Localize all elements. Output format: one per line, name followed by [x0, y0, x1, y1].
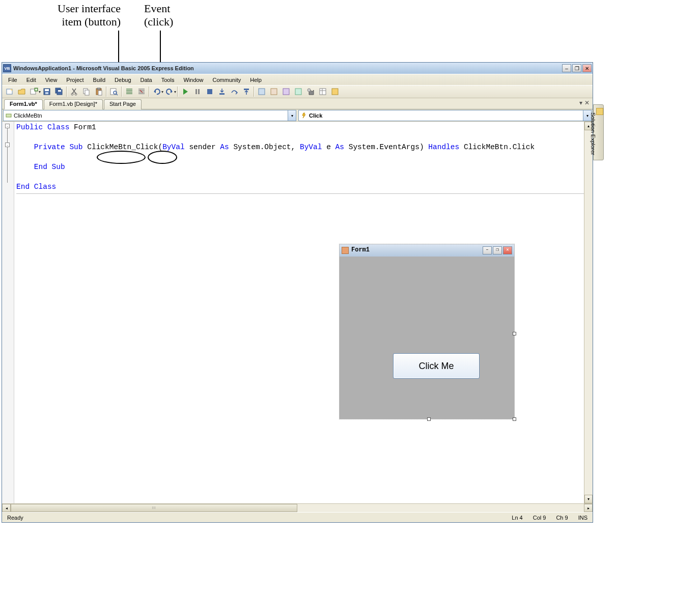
tab-start-page[interactable]: Start Page [104, 99, 142, 109]
toolbar-add-dropdown-icon[interactable]: ▾ [39, 90, 41, 94]
toolbar-window2-icon[interactable] [268, 86, 279, 97]
toolbar-start-debug-icon[interactable] [180, 86, 191, 97]
svg-rect-28 [320, 89, 326, 95]
menu-file[interactable]: File [4, 76, 21, 84]
event-dropdown[interactable]: Click ▾ [298, 110, 592, 121]
minimize-button[interactable]: – [562, 64, 571, 72]
designer-close-button[interactable]: ✕ [503, 246, 512, 254]
tab-close-icon[interactable]: ✕ [584, 99, 590, 106]
horizontal-scrollbar[interactable]: ◂ ||| ▸ [2, 503, 593, 512]
scroll-right-icon[interactable]: ▸ [584, 504, 593, 512]
annotation-label-ui-line1: User interface [58, 2, 121, 15]
object-dropdown[interactable]: ClickMeBtn ▾ [3, 110, 296, 121]
code-editor[interactable]: - - Public Class Form1 Private Sub Click… [2, 122, 593, 503]
toolbar-properties-icon[interactable] [317, 86, 328, 97]
toolbar-redo-dropdown-icon[interactable]: ▾ [174, 90, 176, 94]
menu-project[interactable]: Project [62, 76, 88, 84]
tab-form1-design[interactable]: Form1.vb [Design]* [44, 99, 103, 109]
resize-handle[interactable] [513, 332, 516, 335]
menu-build[interactable]: Build [89, 76, 109, 84]
status-ch: Ch 9 [551, 515, 573, 521]
svg-rect-18 [195, 89, 197, 94]
toolbar-comment-icon[interactable] [124, 86, 135, 97]
menu-debug[interactable]: Debug [110, 76, 135, 84]
toolbar-undo-icon[interactable] [151, 86, 162, 97]
solution-explorer-icon [596, 108, 603, 115]
toolbar-redo-icon[interactable] [164, 86, 175, 97]
designer-window[interactable]: Form1 – ❐ ✕ Click Me [339, 244, 515, 419]
toolbar-step-over-icon[interactable] [229, 86, 240, 97]
designer-maximize-button[interactable]: ❐ [493, 246, 502, 254]
scroll-track[interactable] [584, 130, 593, 495]
object-dropdown-icon [6, 112, 12, 119]
toolbar-paste-icon[interactable] [93, 86, 104, 97]
svg-rect-12 [85, 90, 89, 95]
svg-rect-29 [332, 89, 338, 95]
code-body[interactable]: Public Class Form1 Private Sub ClickMeBt… [14, 122, 584, 503]
svg-rect-16 [110, 89, 116, 95]
status-col: Col 9 [528, 515, 551, 521]
toolbar-save-all-icon[interactable] [53, 86, 65, 97]
annotation-label-event-line2: (click) [144, 15, 173, 28]
menu-bar: File Edit View Project Build Debug Data … [2, 74, 593, 85]
fold-toggle-icon[interactable]: - [5, 124, 10, 128]
toolbar-window1-icon[interactable] [256, 86, 267, 97]
fold-toggle-icon[interactable]: - [5, 143, 10, 147]
toolbar-add-item-icon[interactable] [29, 86, 40, 97]
toolbar-undo-dropdown-icon[interactable]: ▾ [161, 90, 163, 94]
svg-rect-14 [97, 88, 100, 90]
scroll-track[interactable]: ||| [11, 504, 584, 512]
svg-rect-26 [295, 89, 301, 95]
svg-rect-19 [198, 89, 200, 94]
toolbar-window3-icon[interactable] [281, 86, 292, 97]
svg-rect-25 [283, 89, 289, 95]
tab-dropdown-icon[interactable]: ▾ [579, 99, 582, 106]
menu-community[interactable]: Community [209, 76, 245, 84]
scroll-down-icon[interactable]: ▾ [584, 495, 593, 503]
title-bar[interactable]: VB WindowsApplication1 - Microsoft Visua… [2, 63, 593, 74]
toolbar-open-icon[interactable] [16, 86, 27, 97]
toolbar: ▾ ▾ ▾ [2, 85, 593, 98]
menu-view[interactable]: View [41, 76, 62, 84]
toolbar-window4-icon[interactable] [293, 86, 304, 97]
svg-rect-30 [6, 114, 11, 117]
document-tabs: Form1.vb* Form1.vb [Design]* Start Page … [2, 98, 593, 109]
app-icon: VB [3, 64, 11, 72]
resize-handle[interactable] [513, 417, 516, 421]
toolbar-pause-icon[interactable] [192, 86, 203, 97]
designer-surface[interactable]: Click Me [340, 257, 514, 419]
toolbar-save-icon[interactable] [41, 86, 52, 97]
toolbar-new-project-icon[interactable] [4, 86, 15, 97]
menu-edit[interactable]: Edit [22, 76, 40, 84]
vertical-scrollbar[interactable]: ▴ ▾ [584, 122, 593, 503]
dropdown-arrow-icon[interactable]: ▾ [288, 110, 296, 121]
solution-explorer-tab[interactable]: Solution Explorer [593, 104, 604, 160]
svg-rect-20 [207, 89, 212, 94]
toolbar-cut-icon[interactable] [69, 86, 80, 97]
close-button[interactable]: ✕ [582, 64, 592, 72]
toolbar-uncomment-icon[interactable] [136, 86, 147, 97]
toolbar-step-into-icon[interactable] [216, 86, 228, 97]
toolbar-find-icon[interactable] [108, 86, 120, 97]
menu-tools[interactable]: Tools [157, 76, 179, 84]
tab-form1-vb[interactable]: Form1.vb* [4, 99, 43, 109]
menu-data[interactable]: Data [136, 76, 156, 84]
clickme-button[interactable]: Click Me [393, 353, 480, 379]
toolbar-copy-icon[interactable] [81, 86, 92, 97]
maximize-button[interactable]: ❐ [572, 64, 581, 72]
menu-help[interactable]: Help [246, 76, 266, 84]
toolbar-options-icon[interactable] [329, 86, 341, 97]
resize-handle[interactable] [427, 417, 431, 421]
status-ready: Ready [2, 515, 29, 521]
designer-title-bar[interactable]: Form1 – ❐ ✕ [340, 244, 514, 257]
svg-rect-23 [259, 89, 265, 95]
toolbar-step-out-icon[interactable] [241, 86, 252, 97]
scroll-thumb[interactable]: ||| [11, 504, 297, 512]
toolbar-toolbox-icon[interactable] [305, 86, 316, 97]
toolbar-stop-icon[interactable] [204, 86, 215, 97]
scroll-left-icon[interactable]: ◂ [2, 504, 11, 512]
menu-window[interactable]: Window [179, 76, 207, 84]
code-gutter: - - [2, 122, 14, 503]
designer-minimize-button[interactable]: – [483, 246, 492, 254]
event-dropdown-value: Click [309, 112, 322, 119]
